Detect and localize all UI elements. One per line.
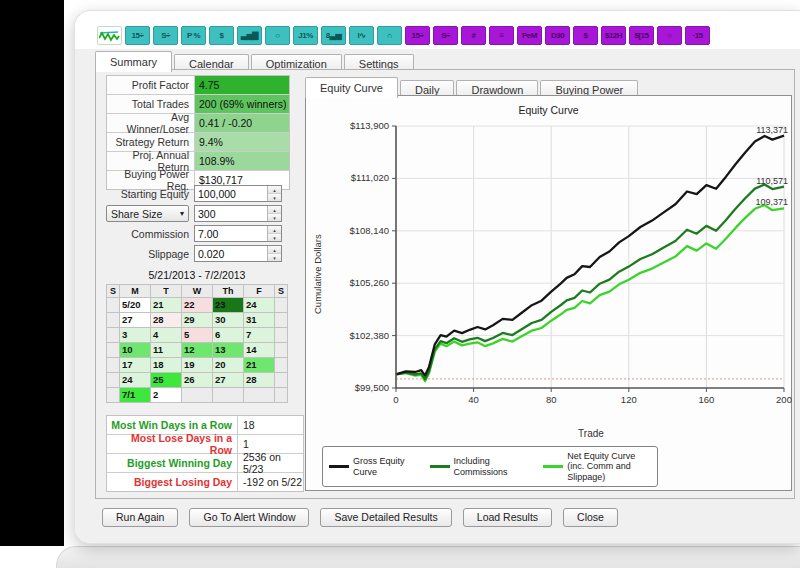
spinner-up-icon[interactable]: ▴ [268,206,281,214]
calendar-day-29[interactable]: 29 [182,313,213,328]
icon-s-scale[interactable]: S÷ [153,26,178,45]
calendar-day-21[interactable]: 21 [151,298,182,313]
calendar-day-17[interactable]: 17 [120,358,151,373]
calendar-day-24[interactable]: 24 [120,373,151,388]
spinner-down-icon[interactable]: ▾ [268,254,281,261]
spinner-up-icon[interactable]: ▴ [268,186,281,194]
calendar-day-10[interactable]: 10 [120,343,151,358]
icon-bars-ascending[interactable]: ▃▅▇ [237,26,262,45]
calendar-day-4[interactable]: 4 [151,328,182,343]
calendar-header-s: S [107,285,120,298]
icon-j1-percent[interactable]: J1% [293,26,318,45]
svg-text:0: 0 [393,394,398,405]
icon-debit[interactable]: PeM [517,26,542,45]
calendar-day-7[interactable]: 7 [244,328,275,343]
calendar-day-28[interactable]: 28 [151,313,182,328]
svg-text:200: 200 [776,394,792,405]
calendar-day-7-1[interactable]: 7/1 [120,388,151,403]
icon-bars-low[interactable]: 8▃▅ [321,26,346,45]
icon-clock[interactable]: ○ [265,26,290,45]
go-to-alert-window-button[interactable]: Go To Alert Window [189,508,309,527]
starting-equity-stepper[interactable]: 100,000▴▾ [194,185,282,202]
svg-text:40: 40 [468,394,479,405]
icon-clock-alt[interactable]: ○ [657,26,682,45]
stats-label: Avg Winner/Loser [107,114,195,132]
icon-p-percent[interactable]: P % [181,26,206,45]
load-results-button[interactable]: Load Results [463,508,552,527]
calendar-day-28[interactable]: 28 [244,373,275,388]
share-size-dropdown[interactable]: Share Size▾ [106,205,189,222]
stats-value: 9.4% [195,133,289,151]
calendar-header-w: W [182,285,213,298]
calendar-day-27[interactable]: 27 [213,373,244,388]
calendar-day-5-20[interactable]: 5/20 [120,298,151,313]
calendar-date-range: 5/21/2013 - 7/2/2013 [106,269,288,281]
calendar-day-27[interactable]: 27 [120,313,151,328]
calendar-day-30[interactable]: 30 [213,313,244,328]
icon-bell-curve[interactable]: ∩ [377,26,402,45]
commission-value[interactable]: 7.00 [195,226,267,241]
starting-equity-value[interactable]: 100,000 [195,186,267,201]
backtest-results-window: 15÷S÷P %$▃▅▇○J1%8▃▅l∿∩15÷S÷#≡PeMD30$$12H… [74,10,800,544]
calendar-day-31[interactable]: 31 [244,313,275,328]
legend-label: Net Equity Curve (inc. Comm and Slippage… [567,451,651,482]
calendar-day-6[interactable]: 6 [213,328,244,343]
calendar-day-22[interactable]: 22 [182,298,213,313]
calendar-day-19[interactable]: 19 [182,358,213,373]
calendar-day-18[interactable]: 18 [151,358,182,373]
calendar-day-23[interactable]: 23 [213,298,244,313]
icon-12h[interactable]: $12H [601,26,626,45]
share-size-value[interactable]: 300 [195,206,267,221]
calendar-day-20[interactable]: 20 [213,358,244,373]
calendar-header-th: Th [213,285,244,298]
share-size-stepper[interactable]: 300▴▾ [194,205,282,222]
calendar-day-11[interactable]: 11 [151,343,182,358]
commission-stepper[interactable]: 7.00▴▾ [194,225,282,242]
calendar-day-5[interactable]: 5 [182,328,213,343]
calendar-day-21[interactable]: 21 [244,358,275,373]
svg-text:80: 80 [546,394,557,405]
calendar-day-14[interactable]: 14 [244,343,275,358]
icon-115[interactable]: $[15 [629,26,654,45]
tab-equity-curve[interactable]: Equity Curve [305,77,398,98]
calendar-day-25[interactable]: 25 [151,373,182,388]
calendar-day-12[interactable]: 12 [182,343,213,358]
stats-value: 200 (69% winners) [195,95,289,113]
spinner-down-icon[interactable]: ▾ [268,234,281,241]
slippage-stepper[interactable]: 0.020▴▾ [194,245,282,262]
save-detailed-results-button[interactable]: Save Detailed Results [320,508,451,527]
record-label: Most Lose Days in a Row [107,435,238,453]
calendar-day-2[interactable]: 2 [151,388,182,403]
equity-curve-chart-icon[interactable] [97,26,122,45]
calendar-day-26[interactable]: 26 [182,373,213,388]
spinner-down-icon[interactable]: ▾ [268,194,281,201]
icon-15-small[interactable]: ·15 [685,26,710,45]
icon-s-scale-alt[interactable]: S÷ [433,26,458,45]
icon-equals-lines[interactable]: ≡ [489,26,514,45]
icon-d30[interactable]: D30 [545,26,570,45]
spinner-down-icon[interactable]: ▾ [268,214,281,221]
records-table: Most Win Days in a Row18Most Lose Days i… [106,415,304,492]
legend-item-including-commissions: Including Commissions [430,456,535,477]
slippage-value[interactable]: 0.020 [195,246,267,261]
svg-text:$105,260: $105,260 [349,277,389,288]
calendar-day-24[interactable]: 24 [244,298,275,313]
icon-dollar-alt[interactable]: $ [573,26,598,45]
spinner-up-icon[interactable]: ▴ [268,246,281,254]
run-again-button[interactable]: Run Again [102,508,178,527]
left-background-strip [0,0,64,546]
icon-dollar[interactable]: $ [209,26,234,45]
icon-15-scale-alt[interactable]: 15÷ [405,26,430,45]
tab-summary[interactable]: Summary [95,51,172,72]
calendar-empty-cell [275,298,288,313]
calendar-day-3[interactable]: 3 [120,328,151,343]
spinner-up-icon[interactable]: ▴ [268,226,281,234]
close-button[interactable]: Close [563,508,618,527]
svg-text:$111,020: $111,020 [351,172,389,183]
equity-curve-chart: 113,371110,571109,371$99,500$102,380$105… [306,116,793,428]
svg-text:$113,900: $113,900 [350,120,389,131]
calendar-day-13[interactable]: 13 [213,343,244,358]
icon-line-chart[interactable]: l∿ [349,26,374,45]
icon-number[interactable]: # [461,26,486,45]
icon-15-scale[interactable]: 15÷ [125,26,150,45]
